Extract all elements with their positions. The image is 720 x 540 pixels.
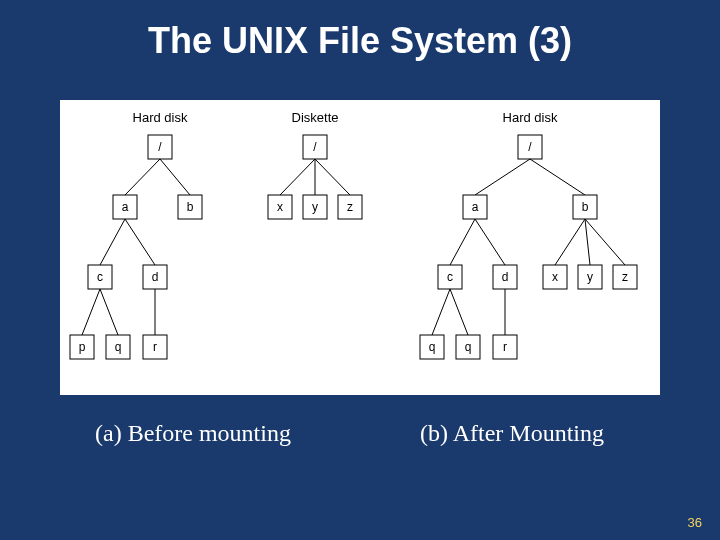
node-after-d: d <box>502 270 509 284</box>
node-diskette-y: y <box>312 200 318 214</box>
node-before-a: a <box>122 200 129 214</box>
svg-line-5 <box>100 219 125 265</box>
node-diskette-z: z <box>347 200 353 214</box>
node-after-z: z <box>622 270 628 284</box>
svg-line-9 <box>82 289 100 335</box>
svg-line-28 <box>475 219 505 265</box>
svg-line-2 <box>160 159 190 195</box>
svg-line-31 <box>555 219 585 265</box>
svg-line-33 <box>585 219 625 265</box>
node-before-q: q <box>115 340 122 354</box>
node-after-q1: q <box>429 340 436 354</box>
svg-line-24 <box>530 159 585 195</box>
slide-title: The UNIX File System (3) <box>0 0 720 62</box>
caption-after: (b) After Mounting <box>420 420 604 447</box>
node-after-r: r <box>503 340 507 354</box>
node-after-q2: q <box>465 340 472 354</box>
node-before-r: r <box>153 340 157 354</box>
node-after-b: b <box>582 200 589 214</box>
node-before-c: c <box>97 270 103 284</box>
svg-line-1 <box>125 159 160 195</box>
svg-line-27 <box>450 219 475 265</box>
node-before-d: d <box>152 270 159 284</box>
svg-line-18 <box>315 159 350 195</box>
caption-before: (a) Before mounting <box>95 420 291 447</box>
svg-line-16 <box>280 159 315 195</box>
header-diskette: Diskette <box>292 110 339 125</box>
node-before-b: b <box>187 200 194 214</box>
diagram-panel: Hard disk Diskette Hard disk / a b c d p… <box>60 100 660 395</box>
svg-line-38 <box>450 289 468 335</box>
header-harddisk-before: Hard disk <box>133 110 188 125</box>
svg-line-37 <box>432 289 450 335</box>
node-before-p: p <box>79 340 86 354</box>
header-harddisk-after: Hard disk <box>503 110 558 125</box>
node-after-a: a <box>472 200 479 214</box>
svg-line-32 <box>585 219 590 265</box>
page-number: 36 <box>688 515 702 530</box>
node-after-c: c <box>447 270 453 284</box>
svg-line-23 <box>475 159 530 195</box>
node-diskette-x: x <box>277 200 283 214</box>
svg-line-6 <box>125 219 155 265</box>
svg-line-10 <box>100 289 118 335</box>
node-after-y: y <box>587 270 593 284</box>
node-after-x: x <box>552 270 558 284</box>
